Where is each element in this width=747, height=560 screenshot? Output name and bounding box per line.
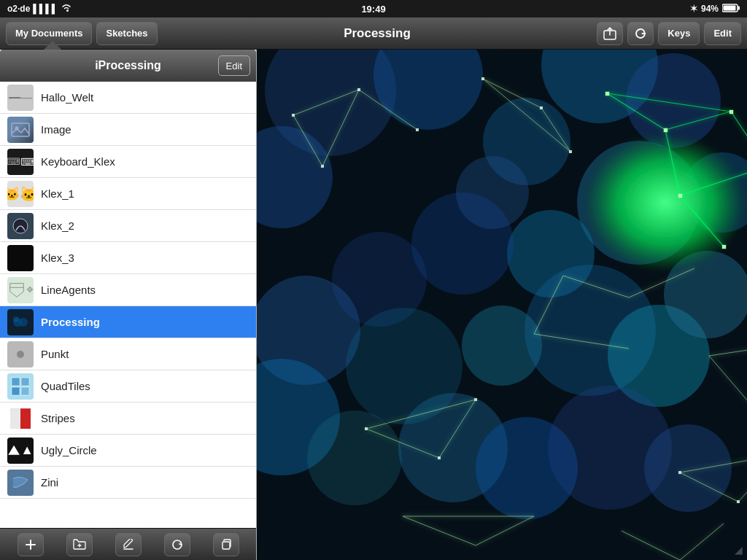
refresh-button[interactable] xyxy=(627,22,654,45)
file-item[interactable]: QuadTiles xyxy=(0,370,256,402)
svg-line-31 xyxy=(541,108,570,152)
wifi-icon xyxy=(61,4,72,15)
share-button[interactable] xyxy=(597,22,623,45)
status-time: 19:49 xyxy=(361,4,385,15)
file-list: —Hallo_WeltImage⌨Keyboard_Klex🐱Klex_1Kle… xyxy=(0,82,256,528)
file-name-label: Hallo_Welt xyxy=(41,91,93,104)
svg-point-15 xyxy=(13,316,19,322)
keys-button[interactable]: Keys xyxy=(658,22,700,45)
file-item[interactable]: —Hallo_Welt xyxy=(0,82,256,114)
file-name-label: Ugly_Circle xyxy=(41,444,97,456)
file-item[interactable]: LineAgents xyxy=(0,274,256,306)
file-item[interactable]: Zini xyxy=(0,467,256,499)
green-glow xyxy=(585,133,746,272)
svg-rect-70 xyxy=(605,92,609,96)
file-name-label: Klex_3 xyxy=(41,252,74,264)
svg-line-26 xyxy=(293,90,359,115)
status-right: ✶ 94% xyxy=(690,4,740,15)
svg-line-62 xyxy=(680,524,724,560)
file-item[interactable]: ⌨Keyboard_Klex xyxy=(0,146,256,178)
svg-rect-1 xyxy=(738,6,740,9)
svg-rect-72 xyxy=(729,110,733,114)
main-content: iProcessing Edit —Hallo_WeltImage⌨Keyboa… xyxy=(0,50,747,560)
svg-line-29 xyxy=(322,90,359,166)
svg-line-10 xyxy=(17,291,23,296)
file-name-label: Stripes xyxy=(41,412,75,424)
file-thumbnail xyxy=(7,309,34,335)
svg-line-61 xyxy=(622,531,680,560)
svg-rect-21 xyxy=(10,408,20,429)
svg-rect-17 xyxy=(12,378,20,386)
toolbar-title: Processing xyxy=(162,26,593,41)
svg-line-27 xyxy=(359,90,417,130)
file-item[interactable]: Processing xyxy=(0,306,256,338)
status-left: o2·de ▌▌▌▌ xyxy=(7,4,72,15)
svg-line-40 xyxy=(607,93,731,112)
file-name-label: Klex_1 xyxy=(41,187,74,200)
file-name-label: Zini xyxy=(41,476,58,489)
file-item[interactable]: Ugly_Circle xyxy=(0,435,256,467)
svg-point-14 xyxy=(19,318,28,327)
svg-rect-65 xyxy=(416,128,419,131)
svg-rect-74 xyxy=(678,194,682,198)
file-thumbnail xyxy=(7,277,34,303)
svg-rect-19 xyxy=(12,387,20,395)
svg-line-28 xyxy=(293,115,322,166)
svg-rect-85 xyxy=(737,500,740,503)
svg-line-34 xyxy=(665,112,731,130)
network-svg xyxy=(257,50,747,560)
file-item[interactable]: 🐱Klex_1 xyxy=(0,178,256,210)
svg-line-52 xyxy=(366,429,439,458)
add-folder-button[interactable] xyxy=(66,533,93,556)
edit-file-button[interactable] xyxy=(115,533,142,556)
svg-rect-22 xyxy=(20,408,31,429)
file-name-label: Klex_2 xyxy=(41,219,74,232)
bluetooth-icon: ✶ xyxy=(690,4,697,14)
svg-line-53 xyxy=(439,400,476,458)
file-thumbnail xyxy=(7,245,34,271)
file-thumbnail: — xyxy=(7,85,34,111)
add-sketch-button[interactable] xyxy=(18,533,44,556)
sidebar-title: iProcessing xyxy=(95,59,161,72)
svg-rect-81 xyxy=(365,427,368,430)
file-item[interactable]: Klex_3 xyxy=(0,242,256,274)
sketches-button[interactable]: Sketches xyxy=(96,22,157,45)
file-item[interactable]: Punkt xyxy=(0,338,256,370)
svg-marker-24 xyxy=(8,445,20,454)
svg-rect-68 xyxy=(540,106,543,109)
svg-line-45 xyxy=(629,268,694,298)
svg-rect-64 xyxy=(357,88,360,91)
file-thumbnail xyxy=(7,213,34,239)
sidebar: iProcessing Edit —Hallo_WeltImage⌨Keyboa… xyxy=(0,50,257,560)
svg-rect-69 xyxy=(569,150,572,153)
file-item[interactable]: Stripes xyxy=(0,402,256,435)
file-thumbnail: ⌨ xyxy=(7,149,34,175)
svg-line-32 xyxy=(483,79,570,152)
svg-line-44 xyxy=(563,276,629,298)
sketch-canvas-area[interactable]: ◢ xyxy=(257,50,747,560)
svg-rect-25 xyxy=(222,542,230,549)
svg-line-47 xyxy=(534,334,629,349)
svg-rect-83 xyxy=(474,398,477,401)
file-name-label: LineAgents xyxy=(41,284,96,296)
signal-icon: ▌▌▌▌ xyxy=(33,4,58,14)
duplicate-file-button[interactable] xyxy=(213,533,239,556)
svg-rect-82 xyxy=(438,456,441,459)
svg-rect-2 xyxy=(724,5,736,10)
file-item[interactable]: Image xyxy=(0,114,256,146)
file-thumbnail xyxy=(7,117,34,143)
refresh-file-button[interactable] xyxy=(164,533,190,556)
svg-rect-84 xyxy=(678,471,681,474)
svg-line-35 xyxy=(731,112,747,166)
svg-point-16 xyxy=(17,351,24,358)
file-item[interactable]: Klex_2 xyxy=(0,210,256,242)
svg-rect-18 xyxy=(21,378,29,386)
sidebar-edit-button[interactable]: Edit xyxy=(218,55,250,76)
file-thumbnail xyxy=(7,438,34,464)
battery-label: 94% xyxy=(701,4,719,14)
edit-button[interactable]: Edit xyxy=(704,22,741,45)
svg-line-55 xyxy=(680,472,738,502)
svg-rect-20 xyxy=(21,387,29,395)
svg-line-46 xyxy=(534,276,563,334)
file-thumbnail xyxy=(7,405,34,432)
